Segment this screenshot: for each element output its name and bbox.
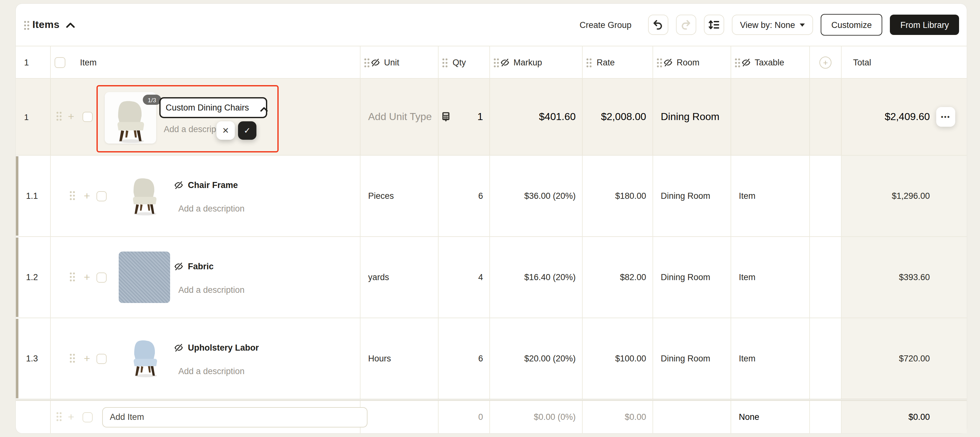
qty-value: 1 xyxy=(477,111,483,123)
markup-cell[interactable]: $16.40 (20%) xyxy=(490,237,583,317)
unit-cell[interactable]: yards xyxy=(361,237,439,317)
row-add-icon[interactable]: + xyxy=(84,271,90,284)
item-description-placeholder[interactable]: Add a description xyxy=(178,285,245,295)
header-taxable: Taxable xyxy=(731,46,810,78)
undo-button[interactable] xyxy=(648,14,668,35)
row-height-button[interactable] xyxy=(704,14,724,35)
hidden-eye-icon xyxy=(371,57,380,67)
item-image[interactable] xyxy=(128,177,161,216)
room-cell[interactable]: Dining Room xyxy=(653,156,731,236)
view-by-label: View by: None xyxy=(740,20,795,30)
hidden-eye-icon xyxy=(174,180,183,190)
qty-cell[interactable]: 4 xyxy=(439,237,490,317)
markup-cell[interactable]: $401.60 xyxy=(490,79,583,155)
row-height-icon xyxy=(709,20,719,30)
from-library-button[interactable]: From Library xyxy=(890,14,959,35)
item-name-input[interactable] xyxy=(159,97,267,118)
item-image[interactable]: 1/3 xyxy=(105,92,156,144)
hidden-eye-icon xyxy=(663,57,673,67)
unit-cell[interactable]: Hours xyxy=(361,318,439,399)
header-markup: Markup xyxy=(490,46,583,78)
select-all-checkbox[interactable] xyxy=(54,57,65,68)
row-checkbox[interactable] xyxy=(97,272,107,282)
item-description-placeholder[interactable]: Add a descrip xyxy=(164,124,221,134)
redo-button[interactable] xyxy=(676,14,696,35)
add-column-cell xyxy=(810,401,842,433)
taxable-cell[interactable]: Item xyxy=(731,318,810,399)
hidden-eye-icon xyxy=(174,343,183,352)
row-drag-handle-icon[interactable] xyxy=(56,112,58,114)
column-drag-handle-icon[interactable] xyxy=(735,59,737,61)
taxable-cell[interactable] xyxy=(731,79,810,155)
confirm-edit-button[interactable]: ✓ xyxy=(238,121,256,140)
markup-cell[interactable]: $20.00 (20%) xyxy=(490,318,583,399)
header-qty: Qty xyxy=(439,46,490,78)
markup-cell[interactable]: $36.00 (20%) xyxy=(490,156,583,236)
row-checkbox[interactable] xyxy=(83,112,93,122)
column-drag-handle-icon[interactable] xyxy=(364,59,366,61)
customize-button[interactable]: Customize xyxy=(820,14,883,35)
group-indicator-bar xyxy=(16,156,18,236)
group-row-1: 1 + xyxy=(16,78,967,155)
add-item-input[interactable] xyxy=(102,407,368,427)
header-taxable-label: Taxable xyxy=(755,57,784,67)
item-name[interactable]: Upholstery Labor xyxy=(188,343,259,352)
header-row-number: 1 xyxy=(16,46,51,78)
add-column-cell xyxy=(810,237,842,317)
unit-cell[interactable]: Pieces xyxy=(361,156,439,236)
rate-cell[interactable]: $180.00 xyxy=(583,156,653,236)
row-menu-button[interactable]: ••• xyxy=(936,107,955,127)
header-qty-label: Qty xyxy=(453,57,466,67)
row-checkbox[interactable] xyxy=(83,412,93,422)
rate-cell[interactable]: $2,008.00 xyxy=(583,79,653,155)
row-drag-handle-icon[interactable] xyxy=(70,272,72,274)
calculator-icon[interactable] xyxy=(442,112,450,122)
rate-cell[interactable]: $100.00 xyxy=(583,318,653,399)
taxable-cell[interactable]: Item xyxy=(731,237,810,317)
item-description-placeholder[interactable]: Add a description xyxy=(178,204,245,214)
qty-cell[interactable]: 6 xyxy=(439,318,490,399)
row-add-icon: + xyxy=(68,411,74,423)
column-drag-handle-icon[interactable] xyxy=(657,59,659,61)
add-item-row: + 0 $0.00 (0%) $0.00 None $0.00 xyxy=(16,399,967,433)
item-description-placeholder[interactable]: Add a description xyxy=(178,367,245,376)
cancel-edit-button[interactable]: ✕ xyxy=(216,121,235,140)
row-add-icon[interactable]: + xyxy=(68,110,74,123)
image-count-badge: 1/3 xyxy=(143,95,161,105)
header-markup-label: Markup xyxy=(514,57,542,67)
row-checkbox[interactable] xyxy=(97,191,107,201)
redo-icon xyxy=(681,20,692,30)
row-drag-handle-icon[interactable] xyxy=(70,354,72,356)
section-drag-handle-icon[interactable] xyxy=(24,21,26,23)
taxable-cell[interactable]: Item xyxy=(731,156,810,236)
item-image[interactable] xyxy=(129,338,161,378)
unit-cell[interactable]: Add Unit Type xyxy=(361,79,439,155)
item-name[interactable]: Chair Frame xyxy=(188,180,238,190)
total-cell: $2,409.60 ••• xyxy=(842,79,967,155)
row-add-icon[interactable]: + xyxy=(84,190,90,202)
toolbar-actions: Create Group xyxy=(579,14,959,35)
column-drag-handle-icon[interactable] xyxy=(442,59,444,61)
row-add-icon[interactable]: + xyxy=(84,352,90,365)
qty-cell[interactable]: 6 xyxy=(439,156,490,236)
collapse-section-button[interactable] xyxy=(66,22,75,28)
add-column-cell xyxy=(810,318,842,399)
item-image[interactable] xyxy=(119,252,170,303)
create-group-button[interactable]: Create Group xyxy=(579,20,632,30)
row-drag-handle-icon[interactable] xyxy=(70,191,72,193)
table-header: 1 Item Unit Qty xyxy=(16,46,967,78)
item-name[interactable]: Fabric xyxy=(188,262,213,271)
room-cell[interactable]: Dining Room xyxy=(653,79,731,155)
collapse-group-button[interactable] xyxy=(260,103,268,114)
row-checkbox[interactable] xyxy=(97,354,107,364)
room-cell[interactable]: Dining Room xyxy=(653,237,731,317)
view-by-dropdown[interactable]: View by: None xyxy=(732,14,813,35)
add-column-button[interactable]: + xyxy=(819,57,832,69)
column-drag-handle-icon[interactable] xyxy=(494,59,496,61)
room-cell[interactable]: Dining Room xyxy=(653,318,731,399)
qty-cell[interactable]: 1 xyxy=(439,79,490,155)
rate-cell[interactable]: $82.00 xyxy=(583,237,653,317)
column-drag-handle-icon[interactable] xyxy=(587,59,589,61)
total-cell: $1,296.00 xyxy=(842,156,967,236)
chair-image xyxy=(128,177,161,216)
